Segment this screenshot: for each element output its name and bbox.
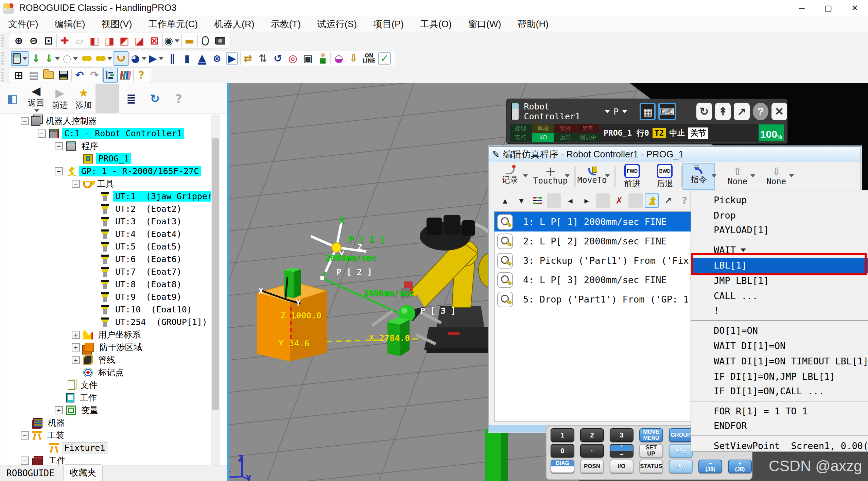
tree-expander[interactable]: − — [38, 130, 46, 138]
menu-item[interactable]: 文件(F) — [0, 16, 46, 32]
save-icon[interactable] — [56, 68, 71, 83]
tree-item-label[interactable]: Fixture1 — [62, 443, 107, 453]
tree-item[interactable]: 机器 — [0, 416, 211, 429]
export-icon[interactable]: ↗ — [661, 193, 675, 208]
menu-item[interactable]: 试运行(S) — [309, 16, 365, 32]
tree-item-label[interactable]: UT:4 (Eoat4) — [113, 229, 184, 239]
help-icon[interactable]: ? — [134, 68, 149, 83]
mouse-icon[interactable] — [198, 33, 213, 48]
tree-item[interactable]: − 工具 — [0, 177, 211, 190]
snapshot-icon[interactable] — [213, 33, 228, 48]
moveto-line-icon[interactable] — [645, 193, 659, 208]
keypad-key[interactable]: 1 — [551, 428, 574, 442]
tree-expander[interactable]: + — [72, 331, 80, 339]
instruction-button[interactable]: 指令 — [682, 163, 715, 190]
dropdown-caret-icon[interactable] — [34, 109, 39, 112]
center-view-icon[interactable]: ✚ — [57, 33, 72, 48]
tree-expander[interactable]: − — [72, 180, 80, 188]
backward-button[interactable]: BWD 后退 — [648, 163, 681, 190]
keypad-key[interactable]: POSN — [580, 460, 604, 473]
record-button[interactable]: 记录 — [494, 163, 526, 190]
view-front-icon[interactable]: ◨ — [102, 33, 117, 48]
instruction-menu-item[interactable]: WAIT DI[1]=ON TIMEOUT LBL[1] — [691, 354, 868, 369]
tab-roboguide[interactable]: ROBOGUIDE — [6, 468, 54, 478]
dropdown-caret-icon[interactable] — [73, 57, 78, 60]
operator-icon[interactable] — [315, 51, 330, 66]
xyz-jog-icon[interactable]: ⇅ — [256, 51, 271, 66]
tree-item-label[interactable]: 防干涉区域 — [98, 341, 144, 353]
keypad-key[interactable]: -% — [669, 460, 693, 473]
tree-item-label[interactable]: 机器 — [46, 417, 67, 429]
tree-item[interactable]: Fixture1 — [0, 442, 211, 454]
tree-item-label[interactable]: UT:3 (Eoat3) — [113, 216, 184, 227]
keypad-key[interactable]: +% — [669, 444, 693, 458]
open-icon[interactable] — [41, 68, 56, 83]
zoom-line-icon[interactable] — [497, 253, 513, 269]
tree-item[interactable]: 工作 — [0, 391, 211, 404]
keypad-key[interactable]: SET UP — [639, 444, 663, 458]
tree-scrollbar[interactable] — [211, 115, 220, 465]
tree-item-label[interactable]: 程序 — [79, 140, 100, 152]
menu-item[interactable]: 工具(O) — [412, 16, 460, 32]
keypad-key[interactable]: 2 — [580, 428, 604, 442]
menu-item[interactable]: 视图(V) — [93, 16, 140, 32]
tree-item-label[interactable]: 标记点 — [96, 366, 126, 378]
view-top-icon[interactable]: ◧ — [87, 33, 102, 48]
delete-icon[interactable]: ✗ — [612, 193, 626, 208]
view-iso-icon[interactable]: ◪ — [132, 33, 147, 48]
toolbar-grip[interactable] — [1, 69, 4, 81]
instruction-menu-item[interactable]: WAIT DI[1]=ON — [691, 338, 868, 354]
dropdown-caret-icon[interactable] — [55, 57, 60, 60]
keypad-key[interactable]: I/O — [610, 460, 633, 473]
program-line-text[interactable]: 2: L P[ 2] 2000mm/sec FINE — [523, 236, 667, 246]
close-button[interactable]: ✕ — [841, 0, 868, 16]
tree-expander[interactable]: + — [72, 343, 80, 351]
instruction-menu-item[interactable]: LBL[1] — [691, 258, 868, 273]
keypad-key[interactable]: · — [580, 444, 604, 458]
tree-item-label[interactable]: 变量 — [79, 404, 100, 416]
tree-item-label[interactable]: UT:7 (Eoat7) — [113, 267, 184, 277]
dropdown-caret-icon[interactable] — [159, 57, 163, 60]
dropdown-caret-icon[interactable] — [22, 57, 27, 60]
instruction-menu-item[interactable]: SetViewPoint Screen1, 0.00(sec) — [691, 438, 868, 453]
tree-item[interactable]: + 管线 — [0, 354, 211, 366]
undo-icon[interactable]: ↶ — [72, 68, 87, 83]
move-up-icon[interactable]: ▴ — [498, 193, 512, 208]
menu-item[interactable]: 编辑(E) — [46, 16, 93, 32]
library-icon[interactable] — [118, 68, 133, 83]
dropdown-caret-icon[interactable] — [107, 57, 112, 60]
tree-item-label[interactable]: UT:9 (Eoat9) — [113, 292, 184, 302]
tree-item[interactable]: − 工装 — [0, 429, 211, 442]
stop-icon[interactable]: ▮ — [180, 51, 195, 66]
move-down-icon[interactable]: ▾ — [514, 193, 528, 208]
menu-item[interactable]: 项目(P) — [365, 16, 412, 32]
sep[interactable] — [628, 193, 643, 208]
forward-button[interactable]: ▶ 前进 — [48, 84, 72, 113]
tree-expander[interactable]: − — [21, 457, 29, 465]
dropdown-caret-icon[interactable] — [175, 39, 179, 42]
tree-view-icon[interactable] — [103, 68, 118, 83]
dropdown-caret-icon[interactable] — [605, 174, 610, 177]
eject-icon[interactable]: ▲ — [195, 51, 210, 66]
instruction-menu-item[interactable]: ENDFOR — [691, 419, 868, 436]
cell-properties-icon[interactable]: ▤ — [26, 68, 41, 83]
pick-color-icon[interactable]: ◒ — [331, 51, 346, 66]
undock-button[interactable]: ↗ — [734, 103, 749, 120]
instruction-menu-item[interactable]: ! — [691, 304, 868, 321]
help-icon[interactable]: ? — [677, 193, 692, 208]
moveto-button[interactable]: MoveTo — [576, 163, 608, 190]
tree-item-label[interactable]: 用户坐标系 — [96, 329, 143, 341]
tree-item[interactable]: − 程序 — [0, 140, 211, 152]
toolbar-grip[interactable] — [1, 35, 4, 47]
menu-item[interactable]: 示教(T) — [262, 16, 309, 32]
sep[interactable] — [96, 84, 119, 113]
zoom-in-icon[interactable]: ⊕ — [11, 33, 26, 48]
tree-item[interactable]: 文件 — [0, 379, 211, 391]
tree-expander[interactable]: − — [21, 117, 29, 125]
instruction-menu-item[interactable]: CALL ... — [691, 288, 868, 304]
gripper-open-button[interactable]: ⇧ None — [721, 163, 754, 190]
keyboard-toggle-button[interactable]: ⌨ — [658, 103, 676, 120]
tree-item[interactable]: − GP: 1 - R-2000/165F-27C — [0, 165, 211, 177]
menu-item[interactable]: 帮助(H) — [509, 16, 556, 32]
cycle-target-icon[interactable]: ◎ — [285, 51, 300, 66]
